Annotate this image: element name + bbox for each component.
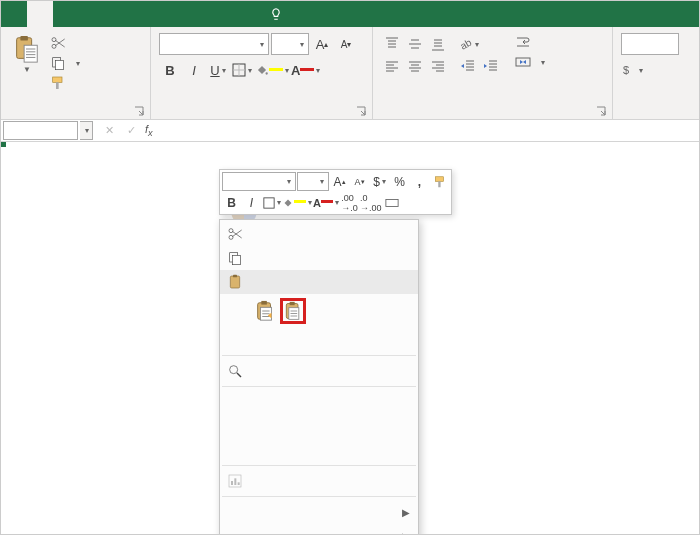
mini-grow-font[interactable]: A▴ xyxy=(330,172,349,191)
format-painter-button[interactable] xyxy=(47,74,83,92)
align-middle-button[interactable] xyxy=(404,33,426,55)
context-menu: ▶ ▶ xyxy=(219,219,419,535)
svg-point-18 xyxy=(229,229,233,233)
number-format-dropdown[interactable] xyxy=(621,33,679,55)
cancel-formula-icon[interactable]: ✕ xyxy=(101,124,117,137)
dialog-launcher-icon[interactable] xyxy=(134,106,144,116)
ctx-sort[interactable]: ▶ xyxy=(220,524,418,535)
svg-rect-17 xyxy=(386,199,398,206)
ctx-quick-analysis xyxy=(220,469,418,493)
merge-icon xyxy=(515,54,531,70)
underline-button[interactable]: U▾ xyxy=(207,59,229,81)
ctx-clear-contents[interactable] xyxy=(220,438,418,462)
paste-option-keep-source[interactable] xyxy=(252,298,278,324)
paste-option-match-destination[interactable] xyxy=(280,298,306,324)
name-box-dropdown[interactable]: ▾ xyxy=(80,121,93,140)
tab-page-layout[interactable] xyxy=(79,1,105,27)
mini-bold[interactable]: B xyxy=(222,193,241,212)
decrease-indent-button[interactable] xyxy=(457,55,479,77)
ctx-paste-special[interactable] xyxy=(220,328,418,352)
svg-point-30 xyxy=(230,366,238,374)
accounting-format-button[interactable]: $▾ xyxy=(621,59,643,81)
ctx-copy[interactable] xyxy=(220,246,418,270)
mini-dec-decimal[interactable]: .0→.00 xyxy=(360,193,382,212)
bucket-icon xyxy=(255,63,269,77)
group-clipboard: ▼ ▾ xyxy=(1,27,151,119)
clipboard-icon xyxy=(227,274,243,290)
tab-review[interactable] xyxy=(157,1,183,27)
mini-font-size[interactable]: ▾ xyxy=(297,172,329,191)
mini-merge[interactable] xyxy=(382,193,401,212)
copy-button[interactable]: ▾ xyxy=(47,54,83,72)
mini-shrink-font[interactable]: A▾ xyxy=(350,172,369,191)
accept-formula-icon[interactable]: ✓ xyxy=(123,124,139,137)
mini-format-painter[interactable] xyxy=(430,172,449,191)
increase-indent-button[interactable] xyxy=(480,55,502,77)
italic-button[interactable]: I xyxy=(183,59,205,81)
svg-point-3 xyxy=(52,38,56,42)
ctx-smart-lookup[interactable] xyxy=(220,359,418,383)
dialog-launcher-icon[interactable] xyxy=(356,106,366,116)
paste-button[interactable]: ▼ xyxy=(7,31,45,115)
svg-point-4 xyxy=(52,44,56,48)
merge-center-button[interactable]: ▾ xyxy=(512,53,548,71)
tab-help[interactable] xyxy=(235,1,261,27)
align-top-button[interactable] xyxy=(381,33,403,55)
font-name-dropdown[interactable]: ▾ xyxy=(159,33,269,55)
mini-font-name[interactable]: ▾ xyxy=(222,172,296,191)
svg-text:$: $ xyxy=(623,64,629,76)
borders-button[interactable]: ▾ xyxy=(231,59,253,81)
scissors-icon xyxy=(227,226,243,242)
name-box[interactable] xyxy=(3,121,78,140)
alignment-label xyxy=(379,115,606,117)
chevron-down-icon: ▼ xyxy=(23,65,31,74)
align-center-button[interactable] xyxy=(404,55,426,77)
tab-home[interactable] xyxy=(27,1,53,27)
clipboard-label xyxy=(7,115,144,117)
dialog-launcher-icon[interactable] xyxy=(596,106,606,116)
align-right-button[interactable] xyxy=(427,55,449,77)
tab-developer[interactable] xyxy=(209,1,235,27)
align-bottom-button[interactable] xyxy=(427,33,449,55)
paste-match-dest-icon xyxy=(283,300,303,322)
mini-inc-decimal[interactable]: .00→.0 xyxy=(340,193,359,212)
group-alignment: ab▾ ▾ xyxy=(373,27,613,119)
align-left-button[interactable] xyxy=(381,55,403,77)
tab-formulas[interactable] xyxy=(105,1,131,27)
svg-rect-15 xyxy=(438,181,440,187)
grow-font-button[interactable]: A▴ xyxy=(311,33,333,55)
ctx-paste-options-header xyxy=(220,270,418,294)
tab-view[interactable] xyxy=(183,1,209,27)
mini-accounting[interactable]: $▾ xyxy=(370,172,389,191)
ctx-cut[interactable] xyxy=(220,222,418,246)
fx-icon[interactable]: fx xyxy=(145,123,153,138)
cut-button[interactable] xyxy=(47,34,83,52)
shrink-font-button[interactable]: A▾ xyxy=(335,33,357,55)
mini-fill-color[interactable]: ▾ xyxy=(282,193,312,212)
fill-color-button[interactable]: ▾ xyxy=(255,59,289,81)
paintbrush-icon xyxy=(50,75,66,91)
tab-file[interactable] xyxy=(1,1,27,27)
tab-data[interactable] xyxy=(131,1,157,27)
paste-icon xyxy=(11,33,41,65)
group-number: $▾ xyxy=(613,27,697,119)
chevron-right-icon: ▶ xyxy=(402,507,410,518)
mini-percent[interactable]: % xyxy=(390,172,409,191)
ctx-insert[interactable] xyxy=(220,390,418,414)
quick-analysis-icon xyxy=(227,473,243,489)
font-size-dropdown[interactable]: ▾ xyxy=(271,33,309,55)
tell-me[interactable] xyxy=(261,1,295,27)
ctx-delete[interactable] xyxy=(220,414,418,438)
orientation-button[interactable]: ab▾ xyxy=(457,33,479,55)
number-label xyxy=(619,115,691,117)
wrap-text-button[interactable] xyxy=(512,33,548,51)
mini-comma[interactable]: , xyxy=(410,172,429,191)
ctx-filter[interactable]: ▶ xyxy=(220,500,418,524)
tab-insert[interactable] xyxy=(53,1,79,27)
svg-rect-22 xyxy=(230,276,239,288)
mini-font-color[interactable]: A▾ xyxy=(313,193,339,212)
mini-italic[interactable]: I xyxy=(242,193,261,212)
bold-button[interactable]: B xyxy=(159,59,181,81)
font-color-button[interactable]: A ▾ xyxy=(291,59,320,81)
mini-borders[interactable]: ▾ xyxy=(262,193,281,212)
